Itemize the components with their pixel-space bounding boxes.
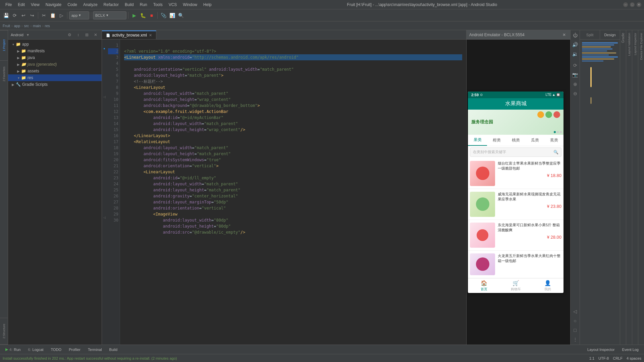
bottom-tab-profiler[interactable]: Profiler (65, 347, 84, 352)
cat-citrus[interactable]: 柑类 (487, 135, 506, 146)
back-icon[interactable]: ◁ (572, 308, 579, 315)
bottom-tab-logcat[interactable]: 6: Logcat (24, 347, 47, 352)
cart-label: 购物车 (511, 287, 521, 292)
toolbar-copy-btn[interactable]: 📋 (49, 11, 57, 19)
project-panel-sort[interactable]: ↕ (75, 32, 82, 38)
rotate-icon[interactable]: ⟳ (572, 62, 579, 69)
status-position[interactable]: 1:1 (589, 356, 594, 360)
product-item-3[interactable]: 东北海棠果可口新鲜水果小果5斤 整箱清脆酸爽 ¥ 28.00 (468, 220, 564, 251)
toolbar-redo-btn[interactable]: ↪ (28, 11, 36, 19)
tree-item-java-generated[interactable]: ▶ 📁 java (generated) (8, 61, 102, 68)
menu-help[interactable]: Help (201, 2, 214, 8)
android-dropdown-icon[interactable]: ▾ (27, 33, 29, 37)
search-everywhere-btn[interactable]: 🔍 (177, 11, 185, 19)
bottom-tab-event-log[interactable]: Event Log (619, 347, 642, 352)
nav-home[interactable]: 🏠 首页 (468, 279, 500, 293)
app-dropdown[interactable]: app ▾ (69, 11, 89, 19)
breadcrumb-app[interactable]: app (14, 24, 20, 28)
vtab-favorites[interactable]: 2:Favorites (0, 60, 8, 87)
nav-cart[interactable]: 🛒 购物车 (500, 279, 532, 293)
run-button[interactable]: ▶ (130, 11, 138, 19)
product-item-4[interactable]: 火龙果五斤新鲜当季水果大果红肉十整箱一级包邮 (468, 251, 564, 278)
product-item-1[interactable]: 烟台红富士苹果水果新鲜当季整篮应季一级脆甜包邮 ¥ 18.80 (468, 158, 564, 189)
project-panel-gear[interactable]: ⚙ (66, 32, 73, 38)
gradle-label[interactable]: Gradle (621, 30, 626, 46)
device-dropdown[interactable]: BCLX ▾ (93, 11, 126, 19)
tree-item-gradle[interactable]: ▶ 🔧 Gradle Scripts (8, 81, 102, 88)
circle-icon[interactable]: ○ (572, 317, 579, 324)
attach-btn[interactable]: 📎 (159, 11, 167, 19)
more-icon[interactable]: ⋮ (572, 336, 579, 343)
toolbar-cut-btn[interactable]: ✂ (40, 11, 48, 19)
menu-refactor[interactable]: Refactor (101, 2, 121, 8)
tree-item-res[interactable]: ▾ 📁 res (8, 74, 102, 81)
debug-button[interactable]: 🐛 (139, 11, 147, 19)
cat-peach[interactable]: 桃类 (506, 135, 525, 146)
menu-run[interactable]: Run (137, 2, 150, 8)
toolbar-save-btn[interactable]: 💾 (2, 11, 10, 19)
close-button[interactable]: ✕ (637, 2, 641, 7)
toolbar-run-config[interactable]: ▷ (57, 11, 65, 19)
bottom-tab-run[interactable]: ▶ 4: Run (2, 347, 24, 352)
layout-validation-label[interactable]: Layout Validation (627, 30, 632, 58)
volume-up-icon[interactable]: 🔊 (572, 41, 579, 48)
menu-vcs[interactable]: VCS (166, 2, 180, 8)
code-content[interactable]: <?xml version="1.0" encoding="utf-8"?> <… (120, 40, 466, 345)
tree-item-app[interactable]: ▾ 📁 app (8, 41, 102, 48)
toolbar-sync-btn[interactable]: ⟳ (11, 11, 19, 19)
project-panel-close[interactable]: ✕ (92, 32, 99, 38)
bottom-tab-todo[interactable]: TODO (48, 347, 65, 352)
code-area[interactable]: ● ◁ (102, 40, 466, 345)
menu-code[interactable]: Code (65, 2, 80, 8)
square-icon[interactable]: □ (572, 326, 579, 334)
phone-search-bar[interactable]: 在类别中搜索关键字 🔍 (470, 147, 561, 157)
toolbar-undo-btn[interactable]: ↩ (19, 11, 28, 19)
zoom-out-icon[interactable]: ⊖ (572, 90, 579, 97)
bottom-tab-layout-inspector[interactable]: Layout Inspector (584, 347, 618, 352)
menu-window[interactable]: Window (180, 2, 200, 8)
emu-close[interactable]: ✕ (561, 32, 568, 38)
cat-fruits[interactable]: 果类 (468, 135, 487, 146)
status-encoding[interactable]: UTF-8 (598, 356, 609, 360)
screenshot-icon[interactable]: 📷 (572, 71, 579, 78)
device-file-explorer-label[interactable]: Device File Explorer (639, 30, 644, 63)
zoom-in-icon[interactable]: ⊕ (572, 80, 579, 88)
nav-profile[interactable]: 👤 我的 (532, 279, 564, 293)
bottom-tab-terminal[interactable]: Terminal (85, 347, 105, 352)
menu-view[interactable]: View (28, 2, 42, 8)
menu-file[interactable]: File (3, 2, 14, 8)
product-item-2[interactable]: 威海无花果新鲜水果现摘现发青皮无花果应季水果 ¥ 23.80 (468, 189, 564, 220)
volume-down-icon[interactable]: 🔉 (572, 50, 579, 58)
breadcrumb-res[interactable]: res (45, 24, 50, 28)
design-button[interactable]: Design (600, 30, 620, 40)
breadcrumb-fruit[interactable]: Fruit (3, 24, 10, 28)
editor-tab-activity-browse[interactable]: 📄 activity_browse.xml ✕ (102, 31, 156, 39)
breadcrumb-main[interactable]: main (33, 24, 41, 28)
vtab-project[interactable]: 1:Project (0, 30, 8, 60)
power-icon[interactable]: ⏻ (572, 32, 579, 39)
project-panel-expand[interactable]: ⊞ (84, 32, 90, 38)
bottom-tab-build[interactable]: Build (106, 347, 121, 352)
menu-build[interactable]: Build (122, 2, 137, 8)
expand-arrow: ▾ (11, 43, 15, 46)
menu-tools[interactable]: Tools (151, 2, 165, 8)
tab-close-btn[interactable]: ✕ (149, 33, 152, 38)
status-line-ending[interactable]: CRLF (613, 356, 623, 360)
profile-btn[interactable]: 📊 (168, 11, 176, 19)
menu-edit[interactable]: Edit (15, 2, 28, 8)
tree-item-assets[interactable]: ▶ 📁 assets (8, 68, 102, 74)
tree-item-java[interactable]: ▶ 📁 java (8, 54, 102, 61)
cat-melon[interactable]: 瓜类 (525, 135, 544, 146)
breadcrumb-src[interactable]: src (24, 24, 29, 28)
menu-analyze[interactable]: Analyze (80, 2, 100, 8)
menu-navigate[interactable]: Navigate (43, 2, 64, 8)
cat-banana[interactable]: 蕉类 (544, 135, 564, 146)
layout-inspector-side-label[interactable]: Layout Inspector (633, 30, 638, 58)
stop-button[interactable]: ■ (148, 11, 156, 19)
status-indent[interactable]: 4 spaces (627, 356, 641, 360)
maximize-button[interactable]: □ (630, 2, 635, 7)
split-button[interactable]: Split (580, 30, 600, 40)
tree-item-manifests[interactable]: ▶ 📁 manifests (8, 48, 102, 54)
minimize-button[interactable]: ─ (623, 2, 628, 7)
vtab-structure[interactable]: 2:Structure (0, 318, 8, 345)
